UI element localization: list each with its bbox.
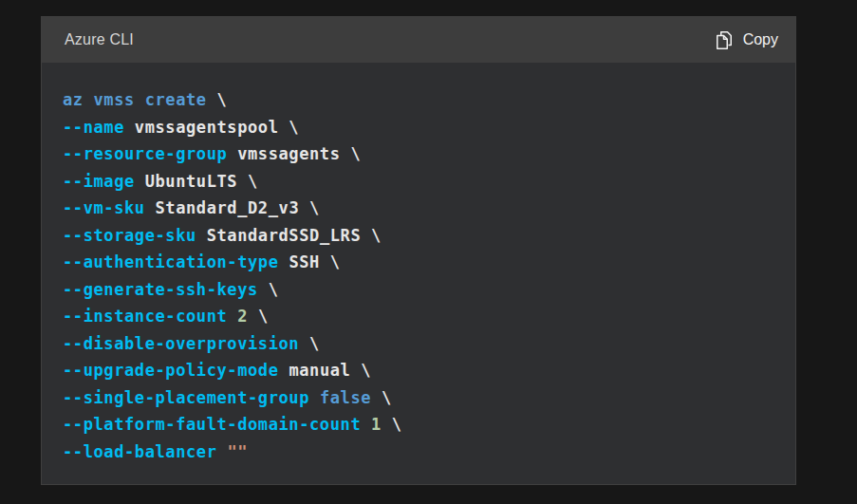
code-token-flag: --vm-sku <box>63 198 145 217</box>
code-token-command: az vmss create <box>63 90 207 109</box>
code-line: --resource-group vmssagents \ <box>63 140 776 168</box>
code-token-plain: manual \ <box>279 361 372 380</box>
code-token-plain: \ <box>299 334 320 353</box>
code-lines: az vmss create \--name vmssagentspool \-… <box>63 86 776 465</box>
code-line: az vmss create \ <box>63 86 776 114</box>
copy-button[interactable]: Copy <box>715 27 780 54</box>
copy-icon <box>717 30 735 50</box>
code-token-plain: \ <box>382 415 402 434</box>
code-token-plain: \ <box>248 307 269 326</box>
code-block-body: az vmss create \--name vmssagentspool \-… <box>42 63 795 484</box>
code-token-plain: StandardSSD_LRS \ <box>196 226 382 245</box>
code-line: --disable-overprovision \ <box>63 330 776 358</box>
code-token-flag: --single-placement-group <box>63 388 309 407</box>
code-line: --load-balancer "" <box>63 439 776 466</box>
code-language-label: Azure CLI <box>65 31 134 48</box>
code-token-plain <box>217 442 228 461</box>
code-token-plain: UbuntuLTS \ <box>135 172 258 191</box>
copy-button-label: Copy <box>743 31 778 48</box>
code-token-flag: --image <box>63 172 135 191</box>
code-token-flag: --load-balancer <box>63 442 217 461</box>
code-token-flag: --generate-ssh-keys <box>63 280 258 299</box>
code-token-plain: vmssagents \ <box>227 144 361 163</box>
code-line: --platform-fault-domain-count 1 \ <box>63 411 776 439</box>
code-token-flag: --authentication-type <box>63 252 279 271</box>
code-line: --authentication-type SSH \ <box>63 249 776 276</box>
code-token-plain: \ <box>207 90 228 109</box>
code-token-plain: \ <box>371 388 392 407</box>
code-token-plain <box>309 388 320 407</box>
code-token-flag: --platform-fault-domain-count <box>63 415 361 434</box>
code-line: --generate-ssh-keys \ <box>63 276 776 304</box>
code-block-header: Azure CLI Copy <box>42 17 795 63</box>
code-token-flag: --name <box>63 118 124 137</box>
code-token-plain: Standard_D2_v3 \ <box>145 198 320 217</box>
code-token-string: "" <box>227 442 248 461</box>
code-token-flag: --disable-overprovision <box>63 334 299 353</box>
code-token-number: 2 <box>237 307 248 326</box>
code-line: --storage-sku StandardSSD_LRS \ <box>63 222 776 250</box>
code-token-plain <box>361 415 371 434</box>
code-token-plain <box>227 307 237 326</box>
code-token-flag: --instance-count <box>63 307 227 326</box>
code-token-plain: vmssagentspool \ <box>124 118 299 137</box>
code-token-flag: --upgrade-policy-mode <box>63 361 279 380</box>
code-line: --vm-sku Standard_D2_v3 \ <box>63 195 776 222</box>
code-line: --single-placement-group false \ <box>63 384 776 412</box>
code-token-keyword: false <box>320 388 371 407</box>
code-line: --name vmssagentspool \ <box>63 114 776 141</box>
code-line: --upgrade-policy-mode manual \ <box>63 357 776 384</box>
code-token-flag: --storage-sku <box>63 226 196 245</box>
code-token-plain: \ <box>258 280 279 299</box>
code-token-flag: --resource-group <box>63 144 227 163</box>
code-block-card: Azure CLI Copy az vmss create \--name vm… <box>41 16 796 485</box>
code-token-number: 1 <box>371 415 382 434</box>
code-line: --image UbuntuLTS \ <box>63 168 776 196</box>
code-token-plain: SSH \ <box>279 252 341 271</box>
code-line: --instance-count 2 \ <box>63 303 776 330</box>
